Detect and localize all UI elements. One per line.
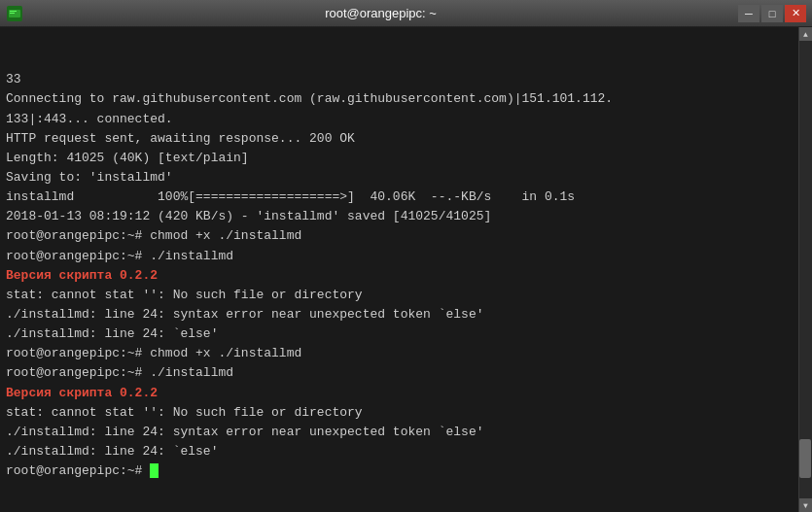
- terminal-line: 133|:443... connected.: [6, 110, 806, 129]
- terminal-line: ./installmd: line 24: syntax error near …: [6, 423, 806, 442]
- terminal-line: ./installmd: line 24: `else': [6, 442, 806, 461]
- app-icon: [6, 5, 23, 22]
- terminal-cursor: [150, 463, 159, 478]
- close-button[interactable]: ✕: [785, 5, 806, 22]
- terminal-line: root@orangepipc:~# ./installmd: [6, 363, 806, 383]
- terminal-line: root@orangepipc:~# ./installmd: [6, 247, 806, 266]
- terminal-line: Версия скрипта 0.2.2: [6, 266, 806, 286]
- scrollbar-arrow-down[interactable]: ▼: [799, 498, 812, 512]
- terminal-content: 33Connecting to raw.githubusercontent.co…: [6, 31, 806, 481]
- terminal-line: ./installmd: line 24: syntax error near …: [6, 305, 806, 324]
- titlebar: root@orangepipc: ~ ─ □ ✕: [0, 0, 812, 27]
- terminal-line: Length: 41025 (40K) [text/plain]: [6, 149, 806, 168]
- terminal-line: root@orangepipc:~# chmod +x ./installmd: [6, 226, 806, 246]
- terminal-line: Connecting to raw.githubusercontent.com …: [6, 89, 806, 109]
- terminal-window[interactable]: 33Connecting to raw.githubusercontent.co…: [0, 27, 812, 512]
- terminal-line: Версия скрипта 0.2.2: [6, 384, 806, 403]
- terminal-line: installmd 100%[===================>] 40.…: [6, 188, 806, 207]
- scrollbar-thumb[interactable]: [799, 439, 811, 478]
- terminal-line: root@orangepipc:~#: [6, 461, 806, 481]
- scrollbar[interactable]: ▲ ▼: [798, 27, 812, 512]
- terminal-line: HTTP request sent, awaiting response... …: [6, 129, 806, 149]
- scrollbar-arrow-up[interactable]: ▲: [799, 27, 812, 41]
- terminal-line: 2018-01-13 08:19:12 (420 KB/s) - 'instal…: [6, 207, 806, 226]
- terminal-line: stat: cannot stat '': No such file or di…: [6, 286, 806, 305]
- terminal-line: 33: [6, 70, 806, 89]
- maximize-button[interactable]: □: [761, 5, 783, 22]
- window-title: root@orangepipc: ~: [23, 6, 738, 20]
- window-controls: ─ □ ✕: [738, 5, 806, 22]
- terminal-line: Saving to: 'installmd': [6, 168, 806, 188]
- svg-rect-3: [10, 13, 15, 14]
- terminal-line: root@orangepipc:~# chmod +x ./installmd: [6, 344, 806, 363]
- minimize-button[interactable]: ─: [738, 5, 759, 22]
- svg-rect-2: [10, 11, 17, 12]
- terminal-line: stat: cannot stat '': No such file or di…: [6, 403, 806, 423]
- terminal-line: ./installmd: line 24: `else': [6, 324, 806, 344]
